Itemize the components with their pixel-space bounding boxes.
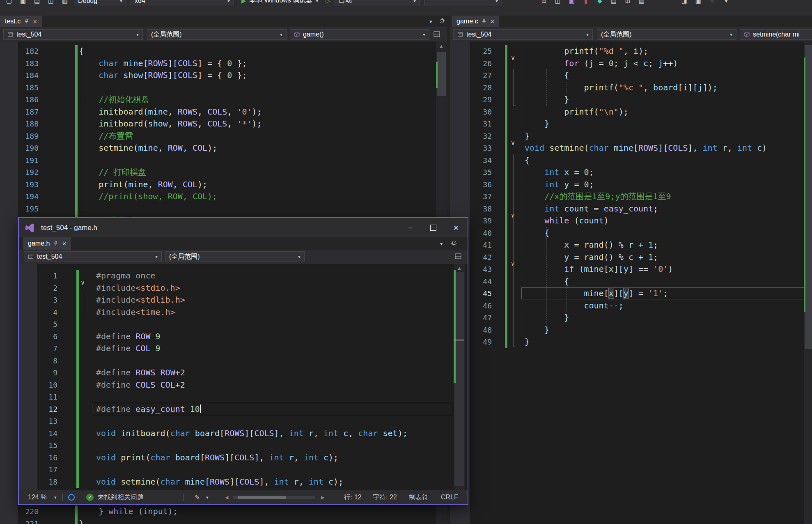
close-icon[interactable]: ×: [62, 240, 66, 247]
code-line[interactable]: if (mine[x][y] == '0'): [525, 263, 767, 276]
code-line[interactable]: #define ROWS ROW+2: [96, 367, 408, 379]
code-line[interactable]: printf("%d ", i);: [525, 45, 767, 57]
scrollbar-thumb[interactable]: [437, 52, 446, 96]
scroll-up-icon[interactable]: ▲: [436, 43, 447, 49]
code-line[interactable]: {: [525, 69, 767, 82]
code-line[interactable]: //print(show, ROW, COL);: [79, 191, 262, 203]
split-editor-icon[interactable]: [434, 31, 440, 37]
code-area-test-c[interactable]: { char mine[ROWS][COLS] = { 0 }; char sh…: [79, 45, 262, 227]
member-dropdown[interactable]: game() ▾: [290, 29, 429, 40]
code-line[interactable]: setmine(mine, ROW, COL);: [79, 142, 262, 154]
code-line[interactable]: #include<stdlib.h>: [96, 294, 408, 306]
code-line[interactable]: void setmine(char mine[ROWS][COLS], int …: [525, 142, 767, 154]
toolbar-icon[interactable]: ▣: [693, 0, 703, 5]
maximize-button[interactable]: [422, 218, 445, 237]
toolbar-dropdown[interactable]: ▾: [424, 0, 502, 6]
code-line[interactable]: {: [79, 45, 262, 57]
code-line[interactable]: for (j = 0; j < c; j++): [525, 57, 767, 70]
scrollbar-thumb[interactable]: [805, 45, 812, 349]
code-line[interactable]: #pragma once: [96, 270, 408, 282]
code-line[interactable]: [96, 464, 408, 476]
solution-platform-dropdown[interactable]: x64 ▾: [131, 0, 234, 6]
code-line[interactable]: char mine[ROWS][COLS] = { 0 };: [79, 57, 262, 70]
code-line[interactable]: [96, 318, 408, 331]
code-area-test-c-bottom[interactable]: } while (input);}: [79, 506, 178, 524]
solution-configuration-dropdown[interactable]: Debug ▾: [74, 0, 126, 6]
tab-list-chevron-icon[interactable]: ▾: [429, 18, 432, 25]
chevron-down-icon[interactable]: ▾: [206, 490, 209, 504]
code-line[interactable]: // 打印棋盘: [79, 166, 262, 179]
project-dropdown[interactable]: test_504 ▾: [3, 29, 143, 40]
gear-icon[interactable]: [451, 240, 457, 246]
fold-chevron-icon[interactable]: ∨: [511, 139, 515, 147]
code-line[interactable]: //x的范围是1至9;y的范围是1至9: [525, 191, 767, 203]
tab-game-h[interactable]: game.h ×: [23, 237, 71, 250]
zoom-control[interactable]: 124 %: [28, 490, 46, 504]
start-debugging-button[interactable]: ▶ 本地 Windows 调试器 ▾: [238, 0, 321, 7]
code-line[interactable]: #define easy_count 10: [96, 403, 408, 416]
code-line[interactable]: [96, 415, 408, 427]
chevron-down-icon[interactable]: ▾: [54, 490, 57, 504]
code-line[interactable]: }: [525, 118, 767, 130]
scrollbar-thumb[interactable]: [454, 272, 464, 486]
code-line[interactable]: int x = 0;: [525, 166, 767, 179]
code-line[interactable]: void setmine(char mine[ROWS][COLS], int …: [96, 476, 408, 488]
code-line[interactable]: printf("%c ", board[i][j]);: [525, 82, 767, 94]
toolbar-icon[interactable]: ◨: [679, 0, 689, 5]
code-line[interactable]: [96, 355, 408, 367]
code-line[interactable]: printf("\n");: [525, 106, 767, 118]
code-line[interactable]: int y = 0;: [525, 179, 767, 191]
scroll-left-icon[interactable]: ◀: [225, 490, 228, 504]
tab-test-c[interactable]: test.c ×: [0, 16, 42, 27]
project-dropdown[interactable]: test_504 ▾: [453, 29, 593, 40]
code-line[interactable]: }: [525, 336, 767, 348]
code-line[interactable]: #include<time.h>: [96, 306, 408, 319]
feedback-icon[interactable]: [68, 490, 75, 504]
code-line[interactable]: {: [525, 276, 767, 288]
code-line[interactable]: #define ROW 9: [96, 331, 408, 343]
toolbar-icon[interactable]: ▾: [721, 0, 731, 5]
toolbar-icon[interactable]: ▮: [581, 0, 591, 5]
code-line[interactable]: }: [79, 518, 178, 524]
close-icon[interactable]: ×: [490, 18, 494, 25]
scope-dropdown[interactable]: (全局范围) ▾: [165, 251, 305, 262]
split-editor-icon[interactable]: [455, 253, 461, 259]
code-line[interactable]: [79, 82, 262, 94]
code-line[interactable]: }: [525, 94, 767, 106]
toolbar-icon[interactable]: ⊞: [623, 0, 633, 5]
toolbar-icon[interactable]: ▣: [18, 0, 28, 5]
code-line[interactable]: void print(char board[ROWS][COLS], int r…: [96, 452, 408, 464]
toolbar-icon[interactable]: ⊞: [539, 0, 549, 5]
code-line[interactable]: }: [525, 130, 767, 142]
code-line[interactable]: [96, 391, 408, 403]
code-line[interactable]: print(mine, ROW, COL);: [79, 179, 262, 191]
code-line[interactable]: //布置雷: [79, 130, 262, 142]
toolbar-icon[interactable]: ▢: [4, 0, 14, 5]
code-line[interactable]: count--;: [525, 300, 767, 312]
code-line[interactable]: while (count): [525, 215, 767, 227]
toolbar-icon[interactable]: ▣: [567, 0, 577, 5]
code-line[interactable]: }: [525, 324, 767, 336]
code-line[interactable]: initboard(mine, ROWS, COLS, '0');: [79, 106, 262, 118]
fold-chevron-icon[interactable]: ∨: [511, 54, 515, 62]
code-line[interactable]: #define COL 9: [96, 342, 408, 355]
code-line[interactable]: [79, 154, 262, 167]
pin-icon[interactable]: [53, 241, 58, 246]
close-icon[interactable]: ×: [33, 18, 37, 25]
code-line[interactable]: }: [525, 312, 767, 324]
code-line[interactable]: void initboard(char board[ROWS][COLS], i…: [96, 427, 408, 440]
scroll-right-icon[interactable]: ▶: [321, 490, 324, 504]
toolbar-icon[interactable]: ▤: [32, 0, 42, 5]
toolbar-icon[interactable]: ◫: [553, 0, 563, 5]
code-area-game-c[interactable]: printf("%d ", i); for (j = 0; j < c; j++…: [525, 45, 767, 348]
toolbar-icon[interactable]: ◆: [595, 0, 605, 5]
window-title-bar[interactable]: test_504 - game.h ─ ×: [19, 218, 468, 237]
pin-icon[interactable]: [24, 19, 29, 24]
gear-icon[interactable]: [439, 18, 445, 24]
code-line[interactable]: y = rand() % c + 1;: [525, 251, 767, 264]
toolbar-icon[interactable]: ◫: [46, 0, 56, 5]
scope-dropdown[interactable]: (全局范围) ▾: [597, 29, 736, 40]
scope-dropdown[interactable]: (全局范围) ▾: [147, 29, 287, 40]
toolbar-icon[interactable]: ▤: [609, 0, 619, 5]
close-button[interactable]: ×: [445, 218, 468, 237]
